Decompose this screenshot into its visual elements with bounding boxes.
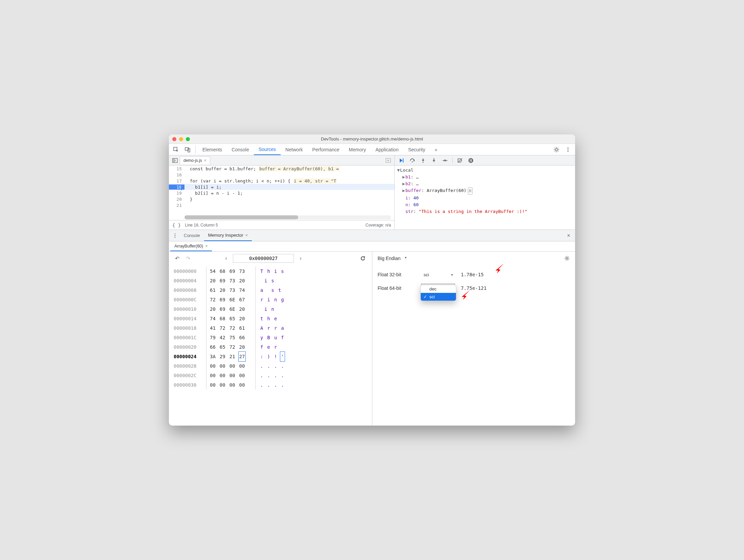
- hex-byte[interactable]: 20: [239, 304, 245, 314]
- hex-row[interactable]: 0000002C00000000....: [174, 371, 367, 380]
- hex-byte[interactable]: 75: [229, 333, 235, 342]
- ascii-char[interactable]: r: [274, 342, 277, 352]
- tab-network[interactable]: Network: [281, 144, 307, 155]
- tab-application[interactable]: Application: [371, 144, 403, 155]
- float32-mode-select[interactable]: sci: [421, 270, 455, 279]
- dropdown-option-dec[interactable]: dec: [421, 285, 456, 293]
- step-icon[interactable]: [441, 157, 448, 164]
- ascii-char[interactable]: .: [260, 371, 263, 380]
- scope-variable[interactable]: ▶b2: …: [397, 180, 573, 187]
- step-out-icon[interactable]: [431, 157, 437, 164]
- hex-byte[interactable]: 66: [239, 333, 245, 342]
- hex-byte[interactable]: 20: [210, 276, 216, 285]
- drawer-kebab-icon[interactable]: [170, 230, 180, 241]
- hex-byte[interactable]: 73: [229, 276, 235, 285]
- hex-byte[interactable]: 00: [220, 371, 225, 380]
- drawer-tab-memory-inspector[interactable]: Memory Inspector ×: [204, 230, 252, 241]
- ascii-char[interactable]: r: [267, 323, 270, 333]
- hex-byte[interactable]: 69: [220, 276, 225, 285]
- ascii-char[interactable]: :: [260, 352, 263, 361]
- drawer-close-icon[interactable]: ×: [564, 230, 574, 241]
- close-icon[interactable]: ×: [204, 158, 206, 163]
- pause-on-exceptions-icon[interactable]: [467, 157, 474, 164]
- step-over-icon[interactable]: [409, 157, 416, 164]
- undo-icon[interactable]: ↶: [173, 255, 181, 262]
- pretty-print-icon[interactable]: { }: [172, 222, 181, 228]
- ascii-char[interactable]: s: [281, 266, 284, 276]
- ascii-char[interactable]: i: [264, 276, 267, 285]
- ascii-char[interactable]: n: [271, 304, 274, 314]
- close-icon[interactable]: ×: [205, 244, 207, 249]
- hex-byte[interactable]: 74: [239, 285, 245, 295]
- ascii-char[interactable]: .: [274, 361, 277, 371]
- ascii-char[interactable]: f: [260, 342, 263, 352]
- hex-byte[interactable]: 65: [229, 314, 235, 323]
- hex-byte[interactable]: 68: [220, 314, 225, 323]
- tab-console[interactable]: Console: [227, 144, 254, 155]
- hex-byte[interactable]: 00: [239, 380, 245, 390]
- hex-byte[interactable]: 65: [220, 342, 225, 352]
- ascii-char[interactable]: .: [281, 371, 284, 380]
- ascii-char[interactable]: .: [260, 361, 263, 371]
- redo-icon[interactable]: ↷: [184, 255, 192, 262]
- tabs-overflow[interactable]: »: [430, 144, 442, 155]
- tab-performance[interactable]: Performance: [307, 144, 344, 155]
- hex-byte[interactable]: 69: [220, 304, 225, 314]
- ascii-char[interactable]: .: [260, 380, 263, 390]
- hex-row[interactable]: 0000001841727261Arra: [174, 323, 367, 333]
- ascii-char[interactable]: .: [274, 380, 277, 390]
- run-snippet-icon[interactable]: [384, 158, 393, 163]
- scope-variable[interactable]: n: 60: [397, 201, 573, 208]
- hex-row[interactable]: 0000000C72696E67ring: [174, 295, 367, 304]
- mode-dropdown[interactable]: dec sci: [420, 285, 456, 301]
- settings-gear-icon[interactable]: [551, 144, 562, 155]
- ascii-char[interactable]: .: [267, 380, 270, 390]
- hex-dump[interactable]: 0000000054686973This0000000420697320 is …: [169, 265, 372, 391]
- ascii-char[interactable]: .: [281, 380, 284, 390]
- scope-header[interactable]: ▼Local: [397, 167, 573, 174]
- reveal-in-memory-icon[interactable]: ⌸: [468, 187, 473, 195]
- ascii-char[interactable]: t: [278, 285, 281, 295]
- hex-byte[interactable]: 69: [229, 266, 235, 276]
- hex-byte[interactable]: 00: [210, 380, 216, 390]
- endianness-select[interactable]: Big Endian: [378, 254, 407, 262]
- scope-variables[interactable]: ▼Local ▶b1: … ▶b2: … ▶buffer: ArrayBuffe…: [395, 166, 575, 230]
- horizontal-scrollbar[interactable]: [184, 215, 391, 219]
- code-line[interactable]: 19 b2[i] = n - i - 1;: [169, 190, 394, 196]
- hex-row[interactable]: 0000000420697320 is: [174, 276, 367, 285]
- hex-byte[interactable]: 27: [238, 351, 246, 362]
- hex-row[interactable]: 0000001474686520the: [174, 314, 367, 323]
- hex-row[interactable]: 0000000861207374a st: [174, 285, 367, 295]
- tab-sources[interactable]: Sources: [254, 144, 281, 155]
- address-input[interactable]: [233, 254, 294, 263]
- hex-byte[interactable]: 20: [210, 304, 216, 314]
- ascii-char[interactable]: a: [260, 285, 263, 295]
- hex-row[interactable]: 0000001C79427566yBuf: [174, 333, 367, 342]
- ascii-char[interactable]: B: [267, 333, 270, 342]
- hex-byte[interactable]: 42: [220, 333, 225, 342]
- ascii-char[interactable]: A: [260, 323, 263, 333]
- ascii-char[interactable]: t: [260, 314, 263, 323]
- hex-byte[interactable]: 54: [210, 266, 216, 276]
- code-line[interactable]: 15 const buffer = b1.buffer;buffer = Arr…: [169, 166, 394, 172]
- hex-byte[interactable]: 41: [210, 323, 216, 333]
- ascii-char[interactable]: i: [274, 266, 277, 276]
- inspect-element-icon[interactable]: [170, 144, 182, 155]
- hex-byte[interactable]: 74: [210, 314, 216, 323]
- hex-byte[interactable]: 00: [210, 371, 216, 380]
- resume-icon[interactable]: [398, 157, 405, 164]
- hex-row[interactable]: 000000243A292127:)!': [174, 352, 367, 361]
- hex-byte[interactable]: 21: [229, 352, 235, 361]
- hex-byte[interactable]: 66: [210, 342, 216, 352]
- code-line[interactable]: 17 for (var i = str.length; i < n; ++i) …: [169, 178, 394, 184]
- hex-byte[interactable]: 20: [239, 276, 245, 285]
- ascii-char[interactable]: T: [260, 266, 263, 276]
- code-editor[interactable]: 15 const buffer = b1.buffer;buffer = Arr…: [169, 166, 394, 220]
- ascii-char[interactable]: r: [260, 295, 263, 304]
- scope-variable[interactable]: ▶buffer: ArrayBuffer(60)⌸: [397, 187, 573, 195]
- ascii-char[interactable]: i: [267, 295, 270, 304]
- ascii-char[interactable]: ': [280, 351, 285, 362]
- tab-memory[interactable]: Memory: [344, 144, 371, 155]
- hex-row[interactable]: 0000002066657220fer: [174, 342, 367, 352]
- step-into-icon[interactable]: [420, 157, 426, 164]
